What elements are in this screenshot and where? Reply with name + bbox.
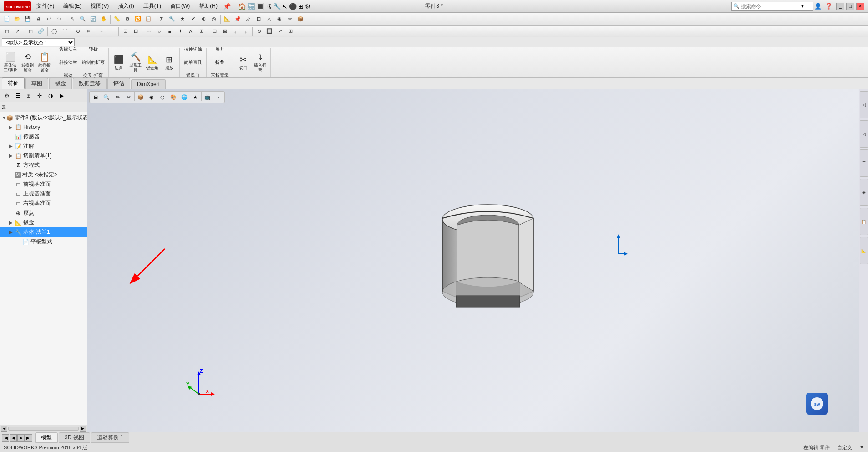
ft-sheet-angle[interactable]: 📐 钣金角 bbox=[144, 49, 161, 76]
rebuild-btn[interactable]: 🔁 bbox=[133, 14, 143, 24]
menu-window[interactable]: 窗口(W) bbox=[168, 1, 192, 11]
tb-extra4[interactable]: ⊕ bbox=[198, 14, 208, 24]
panel-btn-2[interactable]: ☰ bbox=[13, 91, 23, 101]
panel-btn-5[interactable]: ◑ bbox=[46, 91, 56, 101]
vt2[interactable]: ↗ bbox=[12, 26, 22, 36]
ft-fold-back[interactable]: 折叠 bbox=[208, 56, 231, 69]
fileprops-btn[interactable]: 📋 bbox=[143, 14, 153, 24]
search-input[interactable] bbox=[741, 2, 800, 10]
vt17[interactable]: A bbox=[186, 26, 196, 36]
measure-btn[interactable]: 📏 bbox=[112, 14, 122, 24]
tab-motion[interactable]: 运动算例 1 bbox=[91, 432, 129, 443]
vt15[interactable]: ■ bbox=[165, 26, 175, 36]
panel-btn-6[interactable]: ▶ bbox=[56, 91, 66, 101]
vp-display-style[interactable]: ◉ bbox=[147, 92, 157, 102]
vt9[interactable]: ≈ bbox=[96, 26, 107, 36]
rp-btn-1[interactable]: ◁ bbox=[860, 91, 868, 118]
tree-item-sensors[interactable]: ▶ 📊 传感器 bbox=[0, 132, 87, 141]
status-dropdown[interactable]: ▼ bbox=[859, 444, 864, 451]
ft-insert-bend[interactable]: ⤵ 插入折弯 bbox=[252, 49, 269, 76]
user-icon[interactable]: 👤 bbox=[814, 3, 822, 10]
select-btn[interactable]: ↖ bbox=[67, 14, 77, 24]
ft-unflatten[interactable]: 展开 bbox=[208, 43, 231, 56]
vp-zoom-fit[interactable]: ⊞ bbox=[91, 92, 101, 102]
vp-appearance[interactable]: 🎨 bbox=[168, 92, 178, 102]
close-button[interactable]: × bbox=[856, 3, 864, 10]
tb-extra2[interactable]: ★ bbox=[178, 14, 188, 24]
menu-view[interactable]: 视图(V) bbox=[89, 1, 111, 11]
tree-item-base-flange[interactable]: ▶ 🔧 基体-法兰1 bbox=[0, 227, 87, 237]
zoom-btn[interactable]: 🔍 bbox=[78, 14, 88, 24]
vt7[interactable]: ⊙ bbox=[73, 26, 83, 36]
cursor-icon[interactable]: ↖ bbox=[282, 3, 288, 10]
tree-item-flat-pattern[interactable]: ▶ 📄 平板型式 bbox=[0, 237, 87, 247]
vt23[interactable]: ⊕ bbox=[254, 26, 264, 36]
vt1[interactable]: ◻ bbox=[2, 26, 12, 36]
rp-btn-6[interactable]: 📐 bbox=[860, 237, 868, 264]
restore-button[interactable]: □ bbox=[846, 3, 854, 10]
vt20[interactable]: ⊠ bbox=[220, 26, 230, 36]
ft-simple-hole[interactable]: 简单直孔 bbox=[182, 56, 204, 69]
tab-datamigration[interactable]: 数据迁移 bbox=[73, 78, 107, 89]
vp-render[interactable]: ★ bbox=[190, 92, 200, 102]
vt24[interactable]: 🔲 bbox=[264, 26, 274, 36]
ft-edge[interactable]: ⬛ 边角 bbox=[111, 49, 127, 76]
new-btn[interactable]: 📄 bbox=[2, 14, 12, 24]
tb-extra1[interactable]: 🔧 bbox=[167, 14, 177, 24]
vt13[interactable]: 〰 bbox=[144, 26, 154, 36]
scroll-track[interactable] bbox=[8, 427, 79, 431]
ft-miter-flange[interactable]: 斜接法兰 bbox=[57, 56, 80, 69]
pin-icon[interactable]: 📌 bbox=[223, 3, 231, 10]
navigation-cube[interactable]: SW bbox=[802, 389, 832, 418]
tb-m4[interactable]: ⊞ bbox=[254, 14, 264, 24]
vt8[interactable]: ⌗ bbox=[83, 26, 93, 36]
viewport[interactable]: ⊞ 🔍 ✏ ✂ 📦 ◉ ◌ 🎨 🌐 ★ 📺 · bbox=[87, 89, 859, 432]
panel-btn-4[interactable]: ✛ bbox=[35, 91, 45, 101]
rp-btn-5[interactable]: 📋 bbox=[860, 208, 868, 235]
tab-sketch[interactable]: 草图 bbox=[25, 78, 48, 89]
rotate-btn[interactable]: 🔄 bbox=[88, 14, 98, 24]
tab-dimxpert[interactable]: DimXpert bbox=[131, 79, 166, 89]
tree-item-right[interactable]: ▶ □ 右视基准面 bbox=[0, 199, 87, 208]
tab-sheetmetal[interactable]: 钣金 bbox=[49, 78, 72, 89]
vp-hide-show[interactable]: ◌ bbox=[157, 92, 168, 102]
vt4[interactable]: 🔗 bbox=[36, 26, 46, 36]
scroll-right[interactable]: ▶ bbox=[80, 426, 86, 432]
vt3[interactable]: ◻ bbox=[25, 26, 36, 36]
vt18[interactable]: ⊞ bbox=[196, 26, 206, 36]
vp-sketch[interactable]: ✏ bbox=[112, 92, 122, 102]
vp-zoom-in[interactable]: 🔍 bbox=[102, 92, 112, 102]
vt19[interactable]: ⊟ bbox=[209, 26, 219, 36]
tree-item-sheetmetal[interactable]: ▶ 📐 钣金 bbox=[0, 218, 87, 227]
tab-next-end[interactable]: ▶| bbox=[25, 434, 32, 442]
vt10[interactable]: — bbox=[107, 26, 117, 36]
ft-louver[interactable]: 通风口 bbox=[182, 69, 204, 82]
undo-btn[interactable]: ↩ bbox=[44, 14, 54, 24]
tb-extra3[interactable]: ✔ bbox=[188, 14, 198, 24]
ft-extruded-cut[interactable]: 拉伸切除 bbox=[182, 43, 204, 56]
ft-unfold[interactable]: 📋 故样折钣金 bbox=[36, 49, 53, 76]
tb-m6[interactable]: ◉ bbox=[274, 14, 284, 24]
tab-evaluate[interactable]: 评估 bbox=[107, 78, 130, 89]
tree-item-origin[interactable]: ▶ ⊕ 原点 bbox=[0, 208, 87, 218]
tree-item-top[interactable]: ▶ □ 上视基准面 bbox=[0, 189, 87, 199]
ft-convert[interactable]: ⟲ 转换到钣金 bbox=[20, 49, 36, 76]
vp-scenes[interactable]: 🌐 bbox=[179, 92, 189, 102]
rp-btn-4[interactable]: ◉ bbox=[860, 179, 868, 206]
vt25[interactable]: ↗ bbox=[275, 26, 285, 36]
pan-btn[interactable]: ✋ bbox=[99, 14, 109, 24]
rp-btn-3[interactable]: ☰ bbox=[860, 149, 868, 177]
vp-screen[interactable]: 📺 bbox=[203, 92, 213, 102]
vt16[interactable]: ✦ bbox=[175, 26, 185, 36]
vp-view-orient[interactable]: 📦 bbox=[136, 92, 146, 102]
tb2-btn[interactable]: 🔳 bbox=[256, 3, 264, 10]
tab-3dview[interactable]: 3D 视图 bbox=[59, 432, 90, 443]
ft-forming-tool[interactable]: 🔨 成形工具 bbox=[127, 49, 144, 76]
open-btn[interactable]: 📂 bbox=[12, 14, 22, 24]
ft-slit[interactable]: ✂ 切口 bbox=[235, 49, 252, 76]
tb-m7[interactable]: ✏ bbox=[285, 14, 295, 24]
tb4-btn[interactable]: 🔧 bbox=[273, 3, 281, 10]
minimize-button[interactable]: _ bbox=[836, 3, 844, 10]
vt22[interactable]: ↓ bbox=[241, 26, 251, 36]
tab-next[interactable]: ▶ bbox=[17, 434, 25, 442]
